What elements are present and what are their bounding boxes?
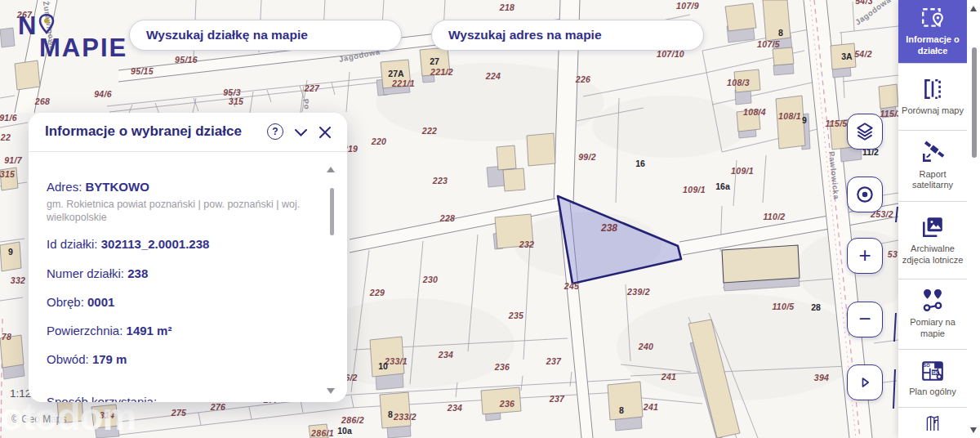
sidebar-item-folded-map[interactable] bbox=[898, 407, 967, 438]
map-label: 108/4 bbox=[743, 107, 766, 117]
sidebar-item-label: Raport satelitarny bbox=[901, 169, 964, 192]
map-label: 10a bbox=[337, 426, 352, 436]
map-label: 115/5 bbox=[826, 118, 848, 128]
map-label: 9 bbox=[802, 115, 807, 125]
map-label: 228 bbox=[439, 213, 455, 223]
plus-icon: + bbox=[858, 244, 871, 266]
brand-logo[interactable]: N MAPIE bbox=[18, 11, 127, 60]
map-label: 53 bbox=[888, 249, 898, 259]
field-row-number: Numer działki: 238 bbox=[47, 266, 148, 280]
compare-maps-icon bbox=[920, 77, 945, 101]
map-label: 229 bbox=[369, 288, 385, 297]
field-row-id: Id działki: 302113_2.0001.238 bbox=[47, 237, 209, 251]
field-value: 238 bbox=[127, 266, 148, 280]
map-label: 221/2 bbox=[430, 67, 453, 77]
map-label: 218 bbox=[499, 2, 514, 12]
sidebar-item-measurements[interactable]: Pomiary na mapie bbox=[898, 279, 967, 348]
zoom-in-button[interactable]: + bbox=[847, 238, 883, 274]
panel-body: Adres: BYTKOWO gm. Rokietnica powiat poz… bbox=[29, 152, 347, 402]
general-plan-icon: SO SK bbox=[920, 358, 945, 382]
map-label: 315 bbox=[0, 169, 15, 179]
plan-icon-so-label: SO bbox=[923, 364, 930, 369]
map-label: 237 bbox=[546, 356, 562, 366]
panel-scroll-down-icon[interactable] bbox=[327, 388, 335, 394]
sidebar-item-label: Archiwalne zdjęcia lotnicze bbox=[901, 244, 964, 266]
map-label: 108/1 bbox=[778, 111, 801, 121]
panel-scrollbar-thumb[interactable] bbox=[330, 188, 334, 235]
help-icon[interactable]: ? bbox=[267, 123, 283, 140]
sidebar-item-label: Plan ogólny bbox=[909, 387, 956, 398]
map-label: 8 bbox=[619, 405, 624, 415]
map-label: 9 bbox=[8, 247, 13, 257]
map-label: 226 bbox=[575, 74, 590, 84]
layers-button[interactable] bbox=[847, 114, 883, 150]
folded-map-icon bbox=[919, 416, 947, 431]
field-label: Numer działki: bbox=[47, 266, 124, 280]
panel-scroll-up-icon[interactable] bbox=[327, 167, 335, 172]
sidebar-scroll-down-icon[interactable] bbox=[970, 427, 977, 433]
street-label: Po bbox=[301, 98, 312, 110]
sidebar-scrollbar-thumb[interactable] bbox=[972, 47, 977, 158]
map-label: 286/2 bbox=[341, 415, 364, 425]
brand-line2: MAPIE bbox=[39, 36, 127, 60]
map-label: 109/1 bbox=[683, 185, 706, 194]
address-value: BYTKOWO bbox=[86, 180, 149, 194]
map-label: 110/5 bbox=[773, 302, 795, 311]
sidebar-item-label: Porównaj mapy bbox=[902, 105, 964, 117]
map-label: 332 bbox=[11, 275, 25, 285]
map-label: 230 bbox=[422, 275, 438, 284]
map-label: 233/2 bbox=[393, 412, 416, 422]
map-label: 16 bbox=[635, 159, 645, 168]
map-label: 220 bbox=[371, 136, 386, 146]
expand-button[interactable] bbox=[847, 364, 883, 400]
play-icon bbox=[857, 374, 873, 391]
watermark: otodom bbox=[0, 397, 136, 436]
map-label: 235 bbox=[508, 311, 523, 320]
sidebar-tiles: Informacje o działce Porównaj mapy bbox=[898, 0, 967, 438]
field-value: 302113_2.0001.238 bbox=[101, 237, 210, 251]
field-label: Obwód: bbox=[47, 352, 89, 366]
map-label: 227 bbox=[304, 83, 320, 93]
tools-sidebar: Informacje o działce Porównaj mapy bbox=[898, 0, 980, 438]
map-label: 27A bbox=[388, 69, 404, 78]
field-label: Powierzchnia: bbox=[47, 324, 122, 337]
layers-icon bbox=[854, 121, 875, 142]
map-label: 110/2 bbox=[764, 212, 786, 221]
locate-button[interactable] bbox=[847, 177, 883, 212]
zoom-out-button[interactable]: − bbox=[847, 302, 883, 337]
map-label: 222 bbox=[421, 126, 437, 136]
map-label: 239/2 bbox=[626, 287, 650, 297]
map-label: 232 bbox=[519, 239, 534, 249]
search-address-button[interactable]: Wyszukaj adres na mapie bbox=[431, 20, 704, 51]
field-value: 1491 m² bbox=[127, 324, 172, 337]
map-label: 3A bbox=[841, 51, 853, 61]
sidebar-item-parcel-info[interactable]: Informacje o działce bbox=[898, 0, 967, 63]
close-icon[interactable] bbox=[316, 123, 334, 141]
map-label: 109/1 bbox=[731, 166, 754, 176]
sidebar-item-satellite-report[interactable]: Raport satelitarny bbox=[898, 130, 967, 201]
field-row-obreb: Obręb: 0001 bbox=[47, 295, 114, 309]
archive-photos-icon bbox=[920, 215, 945, 239]
map-label: 27 bbox=[430, 56, 439, 66]
map-label: 10 bbox=[378, 361, 388, 371]
map-label: 8 bbox=[778, 28, 783, 38]
map-label: 236 bbox=[499, 399, 514, 409]
sidebar-item-archive-photos[interactable]: Archiwalne zdjęcia lotnicze bbox=[898, 201, 967, 279]
map-label: 107/5 bbox=[757, 39, 780, 49]
map-label: 234 bbox=[447, 403, 462, 413]
chevron-down-icon[interactable] bbox=[292, 123, 310, 141]
address-row: Adres: BYTKOWO bbox=[47, 180, 149, 194]
sidebar-item-general-plan[interactable]: SO SK Plan ogólny bbox=[898, 349, 967, 407]
map-label: 91/7 bbox=[4, 155, 22, 165]
map-label: 240 bbox=[638, 342, 653, 351]
sidebar-scroll-gutter bbox=[967, 0, 980, 438]
locate-icon bbox=[854, 184, 875, 205]
map-label: 108/3 bbox=[727, 78, 750, 87]
address-subtitle: gm. Rokietnica powiat poznański | pow. p… bbox=[47, 198, 316, 225]
sidebar-item-compare-maps[interactable]: Porównaj mapy bbox=[898, 63, 967, 129]
search-parcel-button[interactable]: Wyszukaj działkę na mapie bbox=[129, 20, 402, 51]
parcel-info-icon bbox=[920, 6, 945, 30]
sidebar-scroll-up-icon[interactable] bbox=[970, 6, 977, 11]
measurements-icon bbox=[920, 288, 945, 313]
map-label: 268 bbox=[34, 96, 50, 106]
